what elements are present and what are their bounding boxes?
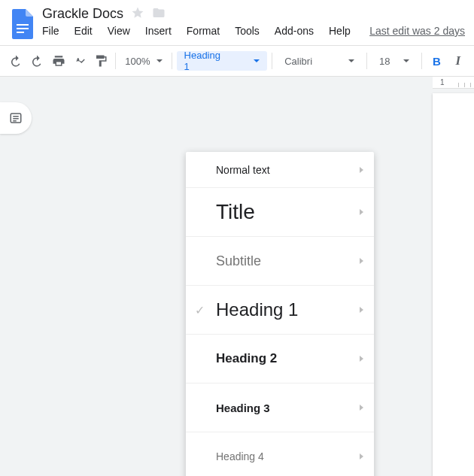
chevron-right-icon	[360, 356, 363, 362]
chevron-right-icon	[360, 258, 363, 264]
style-option-title[interactable]: Title	[186, 188, 374, 237]
menu-addons[interactable]: Add-ons	[275, 25, 314, 37]
style-option-heading-4[interactable]: Heading 4	[186, 432, 374, 476]
document-page[interactable]	[433, 93, 474, 476]
caret-down-icon	[254, 59, 260, 62]
style-option-normal-text[interactable]: Normal text	[186, 152, 374, 188]
style-option-label: Heading 4	[216, 450, 360, 462]
font-select[interactable]: Calibri	[277, 56, 362, 67]
style-option-label: Heading 1	[216, 299, 360, 320]
style-option-heading-1[interactable]: ✓Heading 1	[186, 286, 374, 335]
svg-rect-2	[17, 32, 24, 33]
menubar: File Edit View Insert Format Tools Add-o…	[42, 25, 465, 37]
font-value: Calibri	[284, 56, 312, 67]
style-option-label: Heading 2	[216, 351, 360, 366]
ruler[interactable]: 1	[433, 77, 474, 89]
chevron-right-icon	[360, 453, 363, 459]
chevron-right-icon	[360, 167, 363, 173]
title-row: Grackle Docs	[42, 6, 465, 22]
style-value: Heading 1	[184, 50, 224, 72]
chevron-right-icon	[360, 307, 363, 313]
zoom-value: 100%	[125, 56, 150, 67]
paragraph-styles-dropdown: Normal textTitleSubtitle✓Heading 1Headin…	[186, 152, 374, 476]
size-value: 18	[379, 56, 390, 67]
paint-format-button[interactable]	[91, 50, 111, 71]
svg-rect-0	[17, 24, 29, 26]
style-option-subtitle[interactable]: Subtitle	[186, 237, 374, 286]
menu-view[interactable]: View	[108, 25, 130, 37]
outline-icon	[9, 111, 23, 125]
style-option-label: Subtitle	[216, 253, 360, 269]
caret-down-icon	[156, 59, 163, 62]
menu-edit[interactable]: Edit	[74, 25, 93, 37]
header: Grackle Docs File Edit View Insert Forma…	[0, 0, 474, 41]
separator	[115, 53, 116, 69]
menu-help[interactable]: Help	[329, 25, 351, 37]
outline-toggle-button[interactable]	[0, 102, 32, 134]
separator	[172, 53, 172, 69]
workspace: 1 Normal textTitleSubtitle✓Heading 1Head…	[0, 77, 474, 476]
folder-icon[interactable]	[152, 6, 166, 22]
bold-button[interactable]: B	[427, 50, 446, 71]
menu-format[interactable]: Format	[187, 25, 220, 37]
undo-button[interactable]	[6, 50, 26, 71]
chevron-right-icon	[360, 209, 363, 215]
menu-insert[interactable]: Insert	[145, 25, 172, 37]
caret-down-icon	[348, 59, 354, 62]
ruler-mark-1: 1	[440, 78, 445, 86]
document-title[interactable]: Grackle Docs	[42, 6, 123, 22]
italic-button[interactable]: I	[448, 50, 468, 71]
header-content: Grackle Docs File Edit View Insert Forma…	[42, 6, 465, 37]
style-option-label: Title	[216, 200, 360, 224]
font-size-select[interactable]: 18	[372, 56, 417, 67]
separator	[421, 53, 422, 69]
separator	[272, 53, 272, 69]
menu-tools[interactable]: Tools	[235, 25, 260, 37]
print-button[interactable]	[49, 50, 68, 71]
zoom-select[interactable]: 100%	[120, 56, 166, 67]
caret-down-icon	[403, 59, 409, 62]
spellcheck-button[interactable]	[70, 50, 90, 71]
style-option-label: Heading 3	[216, 402, 360, 414]
style-option-label: Normal text	[216, 164, 360, 176]
last-edit-link[interactable]: Last edit was 2 days	[369, 25, 465, 37]
toolbar: 100% Heading 1 Calibri 18 B I	[0, 45, 474, 77]
docs-logo-icon[interactable]	[9, 8, 36, 41]
separator	[366, 53, 367, 69]
chevron-right-icon	[360, 405, 363, 411]
check-icon: ✓	[195, 303, 205, 317]
star-icon[interactable]	[131, 6, 144, 22]
svg-rect-1	[17, 28, 29, 29]
paragraph-style-select[interactable]: Heading 1	[177, 51, 268, 71]
style-option-heading-3[interactable]: Heading 3	[186, 384, 374, 432]
style-option-heading-2[interactable]: Heading 2	[186, 335, 374, 384]
menu-file[interactable]: File	[42, 25, 59, 37]
redo-button[interactable]	[27, 50, 47, 71]
